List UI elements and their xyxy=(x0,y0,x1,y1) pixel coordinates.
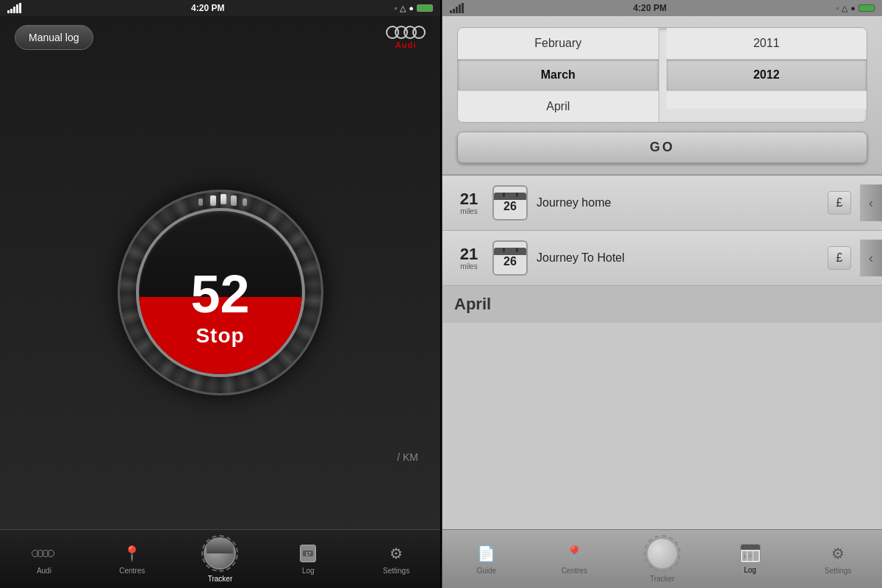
tab-label-audi: Audi xyxy=(37,567,51,575)
status-time-left: 4:20 PM xyxy=(191,3,224,13)
right-content: February March April 2011 2012 GO xyxy=(442,16,882,588)
log-tab-icon-right: 1 7 xyxy=(740,544,761,563)
tab-label-tracker-left: Tracker xyxy=(208,575,233,583)
tab-item-log-right[interactable]: 1 7 Log xyxy=(728,544,772,574)
audi-logo: Audi xyxy=(386,26,426,49)
audi-tab-icon xyxy=(34,543,54,564)
location-tab-icon-right: 📍 xyxy=(564,543,584,564)
tab-label-settings-left: Settings xyxy=(383,567,409,575)
tab-item-settings-left[interactable]: ⚙ Settings xyxy=(374,543,418,575)
cal-cell-2: 7 xyxy=(747,551,753,561)
cal-hook-2 xyxy=(516,193,518,197)
tab-item-log-left[interactable]: 17 Log xyxy=(286,543,330,575)
tab-item-centres-left[interactable]: 📍 Centres xyxy=(110,543,154,575)
journey-distance-unit-2: miles xyxy=(460,262,477,270)
journey-date-1: 26 xyxy=(503,200,517,213)
speedometer-container: 52 Stop / KM xyxy=(0,56,440,529)
year-item-2011[interactable]: 2011 xyxy=(667,28,867,60)
date-picker[interactable]: February March April 2011 2012 xyxy=(457,27,867,123)
tab-label-tracker-right: Tracker xyxy=(650,575,675,583)
speedometer[interactable]: 52 Stop xyxy=(118,190,323,395)
tab-label-centres-left: Centres xyxy=(119,567,145,575)
km-unit-label: / KM xyxy=(397,451,418,463)
month-picker-column[interactable]: February March April xyxy=(458,28,659,122)
status-bar-left: 4:20 PM ◦ △ ● xyxy=(0,0,440,16)
journey-distance-2: 21 miles xyxy=(454,246,484,270)
left-header: Manual log Audi xyxy=(0,16,440,56)
cal-cell-1: 1 xyxy=(742,551,747,561)
signal-icon xyxy=(7,3,21,13)
month-item-february[interactable]: February xyxy=(458,28,659,60)
status-time-right: 4:20 PM xyxy=(634,3,667,13)
speedo-inner: 52 Stop xyxy=(136,208,305,377)
bluetooth-icon: △ xyxy=(400,4,406,13)
speedo-outer-ring: 52 Stop xyxy=(118,190,323,395)
journey-date-2: 26 xyxy=(503,255,517,268)
cal-tab-top-icon xyxy=(741,545,760,550)
manual-log-button[interactable]: Manual log xyxy=(15,25,93,50)
lock-icon: ● xyxy=(409,4,414,12)
tracker-tab-icon-left xyxy=(201,535,238,572)
status-icons-left: ◦ △ ● xyxy=(394,4,433,13)
tab-item-audi[interactable]: Audi xyxy=(22,543,66,575)
tab-label-guide: Guide xyxy=(476,567,496,575)
right-phone: 4:20 PM ◦ △ ● February March April 2011 … xyxy=(442,0,882,588)
status-icons-right: ◦ △ ● xyxy=(836,4,875,13)
journey-distance-1: 21 miles xyxy=(454,191,484,215)
journey-name-2: Journey To Hotel xyxy=(537,251,819,265)
year-picker-column[interactable]: 2011 2012 xyxy=(667,28,867,122)
journey-arrow-1[interactable]: ‹ xyxy=(860,184,882,221)
settings-tab-icon-right: ⚙ xyxy=(828,543,848,564)
calendar-top-1 xyxy=(494,193,526,200)
journey-name-1: Journey home xyxy=(537,196,819,209)
tab-label-log-left: Log xyxy=(302,567,315,575)
month-item-march[interactable]: March xyxy=(458,60,659,91)
wifi-icon: ◦ xyxy=(394,4,397,12)
svg-rect-4 xyxy=(243,198,247,206)
tab-label-log-right: Log xyxy=(744,566,756,574)
tracker-speedo-icon xyxy=(204,537,236,570)
cal-hook-4 xyxy=(516,248,518,252)
calendar-top-2 xyxy=(494,248,526,255)
date-picker-section: February March April 2011 2012 GO xyxy=(442,16,882,176)
guide-tab-icon: 📄 xyxy=(476,543,497,564)
tracker-tab-icon-right xyxy=(644,535,681,572)
tab-item-settings-right[interactable]: ⚙ Settings xyxy=(816,543,860,575)
journey-item-2[interactable]: 21 miles 26 Journey To Hotel £ ‹ xyxy=(442,231,882,286)
signal-icon-right xyxy=(450,3,464,13)
month-header: April xyxy=(442,286,882,323)
audi-label: Audi xyxy=(395,40,416,49)
cal-cell-3 xyxy=(753,551,759,561)
tab-item-guide[interactable]: 📄 Guide xyxy=(465,543,509,575)
stop-label: Stop xyxy=(196,324,244,348)
audi-rings-icon xyxy=(386,26,426,39)
journey-cost-button-2[interactable]: £ xyxy=(828,246,851,270)
go-button-area: GO xyxy=(457,132,867,163)
tab-item-centres-right[interactable]: 📍 Centres xyxy=(552,543,596,575)
tab-label-centres-right: Centres xyxy=(562,567,587,575)
status-bar-right: 4:20 PM ◦ △ ● xyxy=(442,0,882,16)
cal-hook-3 xyxy=(503,248,505,252)
tab-item-tracker-right[interactable]: Tracker xyxy=(640,535,684,583)
year-item-2012[interactable]: 2012 xyxy=(667,60,867,91)
tab-item-tracker-left[interactable]: Tracker xyxy=(198,535,242,583)
tab-bar-right: 📄 Guide 📍 Centres Tracker 1 xyxy=(442,529,882,588)
bluetooth-icon-right: △ xyxy=(842,4,847,13)
wifi-icon-right: ◦ xyxy=(836,4,839,12)
journey-arrow-2[interactable]: ‹ xyxy=(860,240,882,276)
svg-rect-1 xyxy=(220,194,226,204)
speed-value: 52 xyxy=(190,268,249,320)
journey-list: 21 miles 26 Journey home £ ‹ 21 xyxy=(442,176,882,529)
journey-distance-value-1: 21 xyxy=(460,191,478,207)
battery-icon-right xyxy=(858,4,875,12)
svg-rect-3 xyxy=(198,198,203,206)
journey-cost-button-1[interactable]: £ xyxy=(828,191,851,215)
go-button[interactable]: GO xyxy=(457,132,867,163)
settings-tab-icon-left: ⚙ xyxy=(386,543,406,564)
left-phone: 4:20 PM ◦ △ ● Manual log Audi xyxy=(0,0,440,588)
month-item-april[interactable]: April xyxy=(458,91,659,122)
journey-distance-value-2: 21 xyxy=(460,246,478,262)
cal-tab-grid-icon: 1 7 xyxy=(741,550,760,562)
journey-item-1[interactable]: 21 miles 26 Journey home £ ‹ xyxy=(442,176,882,231)
log-tab-icon-left: 17 xyxy=(298,543,318,564)
